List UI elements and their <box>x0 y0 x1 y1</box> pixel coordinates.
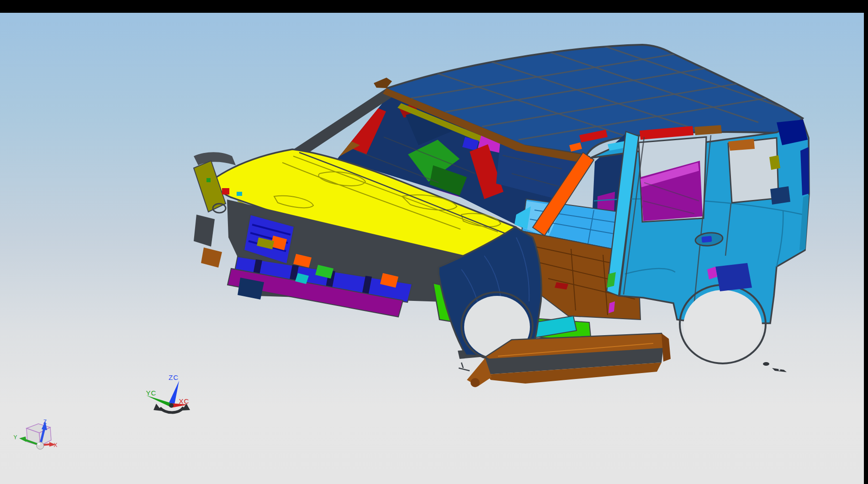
abs-x-label: X <box>53 442 58 448</box>
wheelhouse-inner-navy[interactable] <box>715 263 752 291</box>
abs-z-label: Z <box>43 419 47 425</box>
fender-red-bit[interactable] <box>222 188 229 195</box>
front-left-bracket[interactable] <box>194 215 215 247</box>
abs-y-arrowhead <box>19 437 26 442</box>
car-model[interactable] <box>194 45 809 387</box>
window-right-bar <box>864 0 868 484</box>
sill-left-cap <box>471 378 480 387</box>
wcs-x-label: XC <box>179 397 190 405</box>
door-handle-glyph <box>701 236 712 242</box>
wcs-z-label: ZC <box>169 374 179 381</box>
abs-y-label: Y <box>13 434 17 441</box>
quarter-navy-ledge[interactable] <box>770 186 790 205</box>
window-top-bar <box>0 0 868 13</box>
wcs-rotate-handle[interactable] <box>160 407 184 412</box>
debris-strip-hole <box>778 369 780 371</box>
wcs-origin-handle[interactable] <box>169 403 174 408</box>
fender-teal-bit[interactable] <box>237 192 242 196</box>
rear-wheel-arch-opening <box>683 290 762 362</box>
wcs-y-axis-handle[interactable] <box>146 395 172 408</box>
debris-bolt[interactable] <box>763 362 769 366</box>
fascia-copper-bit[interactable] <box>201 247 222 268</box>
cad-application-window: ZC YC XC Z Y X <box>0 0 868 484</box>
fender-lip-gray[interactable] <box>194 152 236 165</box>
wcs-y-label: YC <box>146 389 157 397</box>
abs-origin-sphere-highlight <box>37 442 40 445</box>
absolute-csys-triad[interactable]: Z Y X <box>13 419 58 449</box>
wcs-z-axis-handle[interactable] <box>168 381 179 406</box>
debris-parts[interactable] <box>763 362 787 372</box>
abs-origin-sphere[interactable] <box>37 442 44 449</box>
wcs-triad[interactable]: ZC YC XC <box>146 374 190 412</box>
sill-right-cap[interactable] <box>662 333 671 362</box>
fender-green-bit[interactable] <box>206 178 211 182</box>
quarter-olive-bracket[interactable] <box>769 155 780 170</box>
sill-tip-wires <box>459 363 470 371</box>
cad-viewport-canvas[interactable]: ZC YC XC Z Y X <box>0 0 868 484</box>
